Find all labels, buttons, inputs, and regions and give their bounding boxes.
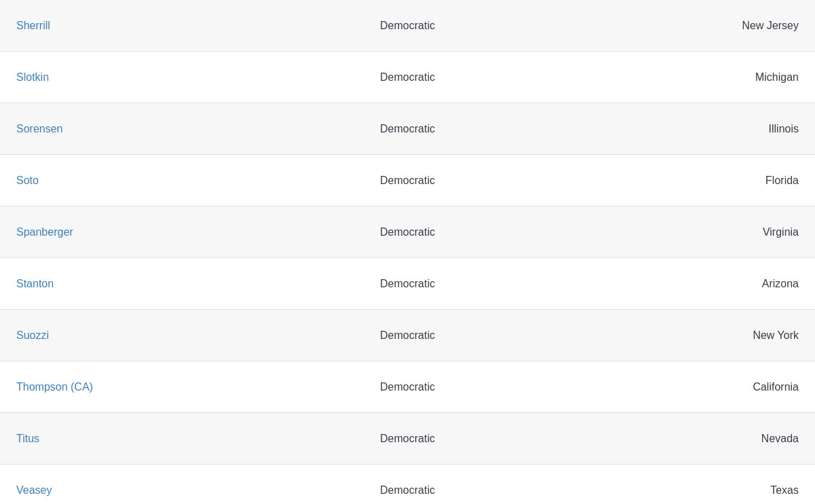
table-row: SotoDemocraticFlorida <box>0 155 815 206</box>
member-name[interactable]: Soto <box>16 175 277 187</box>
member-party: Democratic <box>277 433 538 445</box>
table-row: StantonDemocraticArizona <box>0 258 815 310</box>
member-party: Democratic <box>277 20 538 32</box>
member-state: Texas <box>538 484 799 497</box>
table-row: VeaseyDemocraticTexas <box>0 465 815 504</box>
member-state: New Jersey <box>538 20 799 32</box>
member-party: Democratic <box>277 484 538 497</box>
member-name[interactable]: Veasey <box>16 484 277 497</box>
member-party: Democratic <box>277 71 538 84</box>
member-state: California <box>538 381 799 393</box>
member-state: New York <box>538 329 799 342</box>
member-state: Michigan <box>538 71 799 84</box>
member-state: Virginia <box>538 226 799 238</box>
member-state: Nevada <box>538 433 799 445</box>
member-state: Arizona <box>538 278 799 290</box>
table-row: SpanbergerDemocraticVirginia <box>0 206 815 258</box>
table-row: SorensenDemocraticIllinois <box>0 103 815 155</box>
member-name[interactable]: Thompson (CA) <box>16 381 277 393</box>
member-party: Democratic <box>277 123 538 135</box>
table-row: SherrillDemocraticNew Jersey <box>0 0 815 52</box>
member-party: Democratic <box>277 226 538 238</box>
member-state: Florida <box>538 175 799 187</box>
member-name[interactable]: Sherrill <box>16 20 277 32</box>
member-state: Illinois <box>538 123 799 135</box>
member-name[interactable]: Titus <box>16 433 277 445</box>
member-name[interactable]: Suozzi <box>16 329 277 342</box>
table-row: TitusDemocraticNevada <box>0 413 815 465</box>
member-name[interactable]: Sorensen <box>16 123 277 135</box>
member-name[interactable]: Spanberger <box>16 226 277 238</box>
member-party: Democratic <box>277 278 538 290</box>
members-table: SherrillDemocraticNew JerseySlotkinDemoc… <box>0 0 815 504</box>
table-row: Thompson (CA)DemocraticCalifornia <box>0 361 815 413</box>
member-name[interactable]: Slotkin <box>16 71 277 84</box>
member-party: Democratic <box>277 175 538 187</box>
member-party: Democratic <box>277 381 538 393</box>
table-row: SlotkinDemocraticMichigan <box>0 52 815 103</box>
member-name[interactable]: Stanton <box>16 278 277 290</box>
member-party: Democratic <box>277 329 538 342</box>
table-row: SuozziDemocraticNew York <box>0 310 815 361</box>
